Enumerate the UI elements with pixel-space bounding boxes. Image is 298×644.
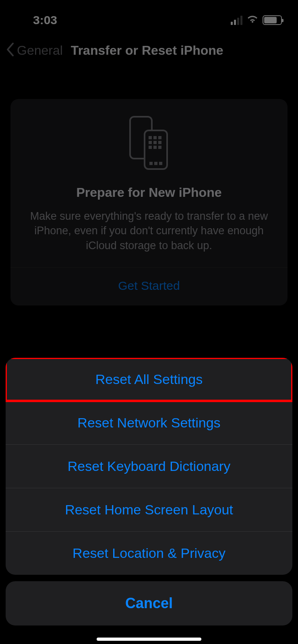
battery-icon (263, 15, 282, 25)
prepare-card: Prepare for New iPhone Make sure everyth… (10, 99, 288, 305)
cellular-icon (231, 15, 242, 25)
svg-rect-10 (158, 146, 161, 149)
status-bar: 3:03 (0, 0, 298, 35)
reset-home-screen-layout-button[interactable]: Reset Home Screen Layout (6, 488, 292, 531)
svg-rect-7 (158, 141, 161, 144)
prepare-title: Prepare for New iPhone (22, 185, 276, 200)
svg-rect-11 (149, 162, 153, 165)
home-indicator[interactable] (97, 638, 201, 641)
get-started-button[interactable]: Get Started (22, 268, 276, 305)
page-title: Transfer or Reset iPhone (71, 43, 224, 58)
svg-rect-6 (153, 141, 157, 144)
reset-location-privacy-button[interactable]: Reset Location & Privacy (6, 531, 292, 575)
svg-rect-9 (153, 146, 157, 149)
status-icons (231, 14, 282, 26)
svg-rect-8 (149, 146, 152, 149)
action-sheet: Reset All Settings Reset Network Setting… (6, 358, 292, 632)
action-sheet-options: Reset All Settings Reset Network Setting… (6, 358, 292, 575)
reset-keyboard-dictionary-button[interactable]: Reset Keyboard Dictionary (6, 444, 292, 488)
svg-rect-13 (159, 162, 162, 165)
reset-network-settings-button[interactable]: Reset Network Settings (6, 401, 292, 444)
reset-all-settings-button[interactable]: Reset All Settings (6, 358, 292, 401)
status-time: 3:03 (33, 13, 57, 27)
cancel-button[interactable]: Cancel (6, 581, 292, 625)
svg-rect-2 (149, 136, 152, 139)
svg-rect-4 (158, 136, 161, 139)
svg-rect-5 (149, 141, 152, 144)
devices-icon (22, 115, 276, 171)
svg-rect-3 (153, 136, 157, 139)
svg-rect-12 (154, 162, 157, 165)
action-sheet-cancel-group: Cancel (6, 581, 292, 625)
back-button-label[interactable]: General (17, 43, 63, 58)
back-chevron-icon[interactable] (6, 43, 14, 58)
wifi-icon (246, 14, 259, 26)
nav-header: General Transfer or Reset iPhone (0, 35, 298, 70)
prepare-body: Make sure everything's ready to transfer… (22, 209, 276, 253)
